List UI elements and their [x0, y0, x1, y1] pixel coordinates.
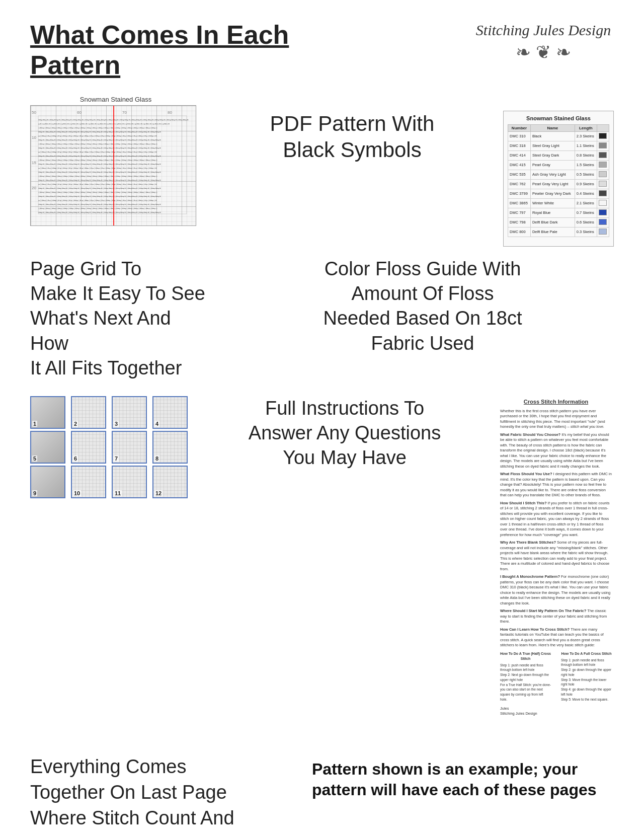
floss-number: DMC 415: [508, 160, 531, 170]
floss-number: DMC 3865: [508, 198, 531, 208]
floss-number: DMC 762: [508, 179, 531, 189]
floss-number: DMC 797: [508, 208, 531, 217]
svg-text:○×•+○×•+○×•+○×•+○×•+○×•+○×•+○×: ○×•+○×•+○×•+○×•+○×•+○×•+○×•+○×•+○×•+○×•+…: [38, 142, 157, 145]
svg-text:○×•+○×•+○×•+○×•+○×•+○×•+○×•+○×: ○×•+○×•+○×•+○×•+○×•+○×•+○×•+○×•+○×•+○×•+…: [38, 191, 157, 194]
cs-intro: Whether this is the first cross stitch p…: [500, 409, 612, 430]
tile-item: 9: [30, 466, 65, 498]
floss-number: DMC 3799: [508, 189, 531, 198]
floss-row: DMC 762Pearl Gray Very Light0.9 Skeins: [508, 179, 609, 189]
pattern-shown-label: Pattern shown is an example; your patter…: [312, 759, 614, 801]
floss-number: DMC 535: [508, 170, 531, 179]
pattern-image-container: Snowman Stained Glass: [30, 96, 201, 226]
page-tiles: 123456789101112: [30, 396, 191, 498]
cs-blank: Why Are There Blank Stitches? Some of my…: [500, 540, 612, 572]
svg-text:+○×•+○×+○×•+○×+○×•+○×+○×•+○×+○: +○×•+○×+○×•+○×+○×•+○×+○×•+○×+○×•+○×+○×•+…: [38, 134, 157, 137]
svg-text:80: 80: [168, 110, 172, 115]
cs-q1: What Fabric Should You Choose?: [500, 432, 561, 437]
tile-number: 1: [32, 421, 37, 427]
floss-row: DMC 415Pearl Gray1.5 Skeins: [508, 160, 609, 170]
svg-text:×•+×○×•+×•+×○×•+×•+×○×•+×•+×○×: ×•+×○×•+×•+×○×•+×•+×○×•+×•+×○×•+×•+×○×•+…: [38, 130, 161, 133]
cs-q5: I Bought A Monochrome Pattern?: [500, 574, 561, 579]
floss-name: Pearl Gray: [530, 160, 575, 170]
tile-inner: 11: [113, 467, 146, 497]
svg-text:○×•+○×•+○×•+○×•+○×•+○×•+○×•+○×: ○×•+○×•+○×•+○×•+○×•+○×•+○×•+○×•+○×•+○×•+…: [38, 159, 157, 162]
svg-text:15: 15: [32, 161, 36, 165]
tile-number: 5: [32, 456, 37, 462]
tiles-grid: 123456789101112: [30, 396, 191, 498]
tile-number: 7: [114, 456, 119, 462]
stitch-col-half: How To Do A True (Half) Cross Stitch Ste…: [500, 651, 551, 702]
floss-table: Number Name Length DMC 310Black2.3 Skein…: [508, 124, 609, 237]
floss-swatch: [597, 208, 609, 217]
instructions-label: Full Instructions ToAnswer Any Questions…: [201, 396, 488, 471]
svg-text:○×•+○×•+○×•+○×•+○×•+○×•+○×•+○×: ○×•+○×•+○×•+○×•+○×•+○×•+○×•+○×•+○×•+○×•+…: [38, 126, 157, 129]
floss-name: Pearl Gray Very Light: [530, 179, 575, 189]
tile-number: 8: [154, 456, 159, 462]
cs-floss: What Floss Should You Use? I designed th…: [500, 472, 612, 498]
pdf-pattern-section: PDF Pattern WithBlack Symbols: [201, 96, 503, 164]
stitch-half-steps: Step 1: push needle and floss through bo…: [500, 663, 551, 702]
instructions-text: Full Instructions ToAnswer Any Questions…: [191, 396, 498, 471]
tile-inner: 5: [31, 432, 64, 463]
stitch-half-title: How To Do A True (Half) Cross Stitch: [500, 651, 551, 661]
tile-item: 5: [30, 431, 65, 464]
svg-text:×•+×○×•+×•+×○×•+×•+×○×•+×•+×○×: ×•+×○×•+×•+×○×•+×•+×○×•+×•+×○×•+×•+×○×•+…: [38, 155, 161, 158]
svg-text:50: 50: [32, 110, 36, 115]
floss-name: Delft Blue Pale: [530, 227, 575, 237]
tile-item: 1: [30, 396, 65, 429]
floss-length: 2.3 Skeins: [575, 131, 597, 141]
pattern-image-label: Snowman Stained Glass: [30, 96, 201, 103]
logo-text: Stitching Jules Design: [476, 20, 611, 40]
cs-mono: I Bought A Monochrome Pattern? For monoc…: [500, 574, 612, 606]
tile-inner: 2: [72, 397, 105, 428]
svg-text:70: 70: [122, 110, 127, 115]
cross-stitch-svg: 50 60 70 80 10 15 20: [31, 106, 196, 226]
floss-name: Royal Blue: [530, 208, 575, 217]
tile-item: 4: [152, 396, 188, 429]
row3: 123456789101112 Full Instructions ToAnsw…: [30, 396, 614, 719]
tile-inner: 10: [72, 467, 105, 497]
svg-text:×•+×○×•+×•+×○×•+×•+×○×•+×•+×○×: ×•+×○×•+×•+×○×•+×•+×○×•+×•+×○×•+×•+×○×•+…: [38, 146, 161, 149]
floss-row: DMC 414Steel Gray Dark0.8 Skeins: [508, 150, 609, 160]
svg-text:20: 20: [32, 186, 36, 190]
svg-text:×•+×○×•+×•+×○×•+×•+×○×•+×•+×○×: ×•+×○×•+×•+×○×•+×•+×○×•+×•+×○×•+×•+×○×•+…: [38, 171, 161, 174]
floss-guide-image: Snowman Stained Glass Number Name Length…: [503, 111, 614, 247]
tile-inner: 1: [31, 397, 64, 428]
floss-length: 2.1 Skeins: [575, 198, 597, 208]
pdf-pattern-text: PDF Pattern WithBlack Symbols: [211, 111, 493, 164]
floss-length: 0.9 Skeins: [575, 179, 597, 189]
page-grid-label: Page Grid ToMake It Easy To SeeWhat's Ne…: [30, 257, 211, 381]
floss-length: 0.4 Skeins: [575, 189, 597, 198]
tile-number: 9: [32, 490, 37, 496]
svg-text:×•+×○×•+×•+×○×•+×•+×○×•+×•+×○×: ×•+×○×•+×•+×○×•+×•+×○×•+×•+×○×•+×•+×○×•+…: [38, 187, 161, 190]
tile-item: 3: [112, 396, 147, 429]
cs-learn: How Can I Learn How To Cross Stitch? The…: [500, 627, 612, 648]
floss-number: DMC 318: [508, 141, 531, 150]
tile-inner: 6: [72, 432, 105, 463]
row1: Snowman Stained Glass: [30, 96, 614, 247]
logo-area: Stitching Jules Design ❧ ❦ ❧: [473, 20, 614, 63]
tile-item: 7: [112, 431, 147, 464]
svg-text:×•+×○×•+×•+×○×•+×•+×○×•+×•+×○×: ×•+×○×•+×•+×○×•+×•+×○×•+×•+×○×•+×•+×○×•+…: [38, 195, 161, 198]
tile-inner: 8: [153, 432, 187, 463]
floss-name: Delft Blue Dark: [530, 217, 575, 227]
tile-number: 10: [73, 490, 81, 496]
floss-swatch: [597, 189, 609, 198]
everything-label: Everything ComesTogether On Last PageWhe…: [30, 754, 282, 834]
row4: Everything ComesTogether On Last PageWhe…: [30, 744, 614, 834]
cs-how-stitch: How Should I Stitch This? If you prefer …: [500, 501, 612, 538]
stitch-col-full: How To Do A Full Cross Stitch Step 1: pu…: [561, 651, 612, 702]
tile-item: 2: [71, 396, 106, 429]
floss-length: 0.8 Skeins: [575, 150, 597, 160]
cs-q7: How Can I Learn How To Cross Stitch?: [500, 627, 571, 632]
tile-number: 3: [114, 421, 119, 427]
svg-text:○×•+○×•+○×•+○×•+○×•+○×•+○×•+○×: ○×•+○×•+○×•+○×•+○×•+○×•+○×•+○×•+○×•+○×•+…: [38, 207, 157, 210]
floss-length: 0.7 Skeins: [575, 208, 597, 217]
floss-row: DMC 3865Winter White2.1 Skeins: [508, 198, 609, 208]
cs-q3: How Should I Stitch This?: [500, 501, 548, 505]
cs-info-box: Cross Stitch Information Whether this is…: [498, 396, 614, 719]
cs-q2: What Floss Should You Use?: [500, 472, 553, 476]
cs-intro-text: Whether this is the first cross stitch p…: [500, 409, 605, 429]
floss-swatch: [597, 198, 609, 208]
svg-text:60: 60: [77, 110, 82, 115]
